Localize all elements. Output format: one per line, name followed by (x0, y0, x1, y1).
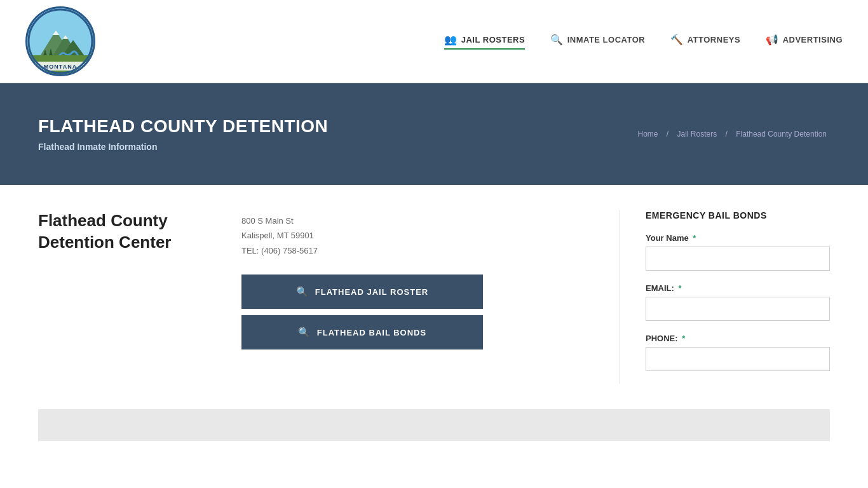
search-icon-1: 🔍 (296, 286, 309, 297)
logo: MONTANA (25, 6, 95, 76)
main-nav: 👥 JAIL ROSTERS 🔍 INMATE LOCATOR 🔨 ATTORN… (444, 34, 843, 50)
facility-name: Flathead County Detention Center (38, 210, 203, 384)
page-subtitle: Flathead Inmate Information (38, 142, 328, 152)
email-required: * (678, 283, 681, 293)
nav-attorneys[interactable]: 🔨 ATTORNEYS (670, 34, 740, 50)
main-content: Flathead County Detention Center 800 S M… (0, 185, 868, 409)
breadcrumb-jail-rosters[interactable]: Jail Rosters (677, 130, 717, 139)
email-input[interactable] (646, 297, 830, 321)
action-buttons: 🔍 FLATHEAD JAIL ROSTER 🔍 FLATHEAD BAIL B… (241, 274, 483, 349)
left-section: Flathead County Detention Center 800 S M… (38, 210, 594, 384)
your-name-label: Your Name * (646, 233, 830, 243)
hero-banner: FLATHEAD COUNTY DETENTION Flathead Inmat… (0, 83, 868, 185)
address-line1: 800 S Main St (241, 214, 483, 228)
breadcrumb-current: Flathead County Detention (736, 130, 827, 139)
section-divider (620, 210, 620, 384)
search-icon-2: 🔍 (298, 327, 311, 338)
advertising-icon: 📢 (766, 34, 779, 46)
inmate-locator-icon: 🔍 (550, 34, 564, 46)
nav-advertising[interactable]: 📢 ADVERTISING (766, 34, 843, 50)
hero-left: FLATHEAD COUNTY DETENTION Flathead Inmat… (38, 116, 328, 152)
phone-input[interactable] (646, 347, 830, 371)
your-name-group: Your Name * (646, 233, 830, 271)
nav-inmate-locator-label: INMATE LOCATOR (567, 35, 646, 44)
bail-bonds-button[interactable]: 🔍 FLATHEAD BAIL BONDS (241, 315, 483, 349)
your-name-input[interactable] (646, 247, 830, 271)
your-name-required: * (693, 233, 696, 243)
breadcrumb: Home / Jail Rosters / Flathead County De… (634, 130, 830, 139)
logo-area: MONTANA (25, 6, 95, 76)
bail-bonds-button-label: FLATHEAD BAIL BONDS (317, 328, 426, 337)
email-label: EMAIL: * (646, 283, 830, 293)
nav-inmate-locator[interactable]: 🔍 INMATE LOCATOR (550, 34, 645, 50)
jail-roster-button-label: FLATHEAD JAIL ROSTER (315, 287, 428, 297)
jail-roster-button[interactable]: 🔍 FLATHEAD JAIL ROSTER (241, 274, 483, 309)
bottom-strip (38, 409, 830, 441)
jail-rosters-icon: 👥 (444, 34, 458, 46)
svg-text:MONTANA: MONTANA (44, 64, 77, 70)
bail-bonds-title: EMERGENCY BAIL BONDS (646, 210, 830, 220)
email-group: EMAIL: * (646, 283, 830, 321)
breadcrumb-home[interactable]: Home (637, 130, 658, 139)
site-header: MONTANA 👥 JAIL ROSTERS 🔍 INMATE LOCATOR … (0, 0, 868, 83)
facility-address: 800 S Main St Kalispell, MT 59901 TEL: (… (241, 214, 483, 258)
phone-group: PHONE: * (646, 334, 830, 371)
nav-jail-rosters-label: JAIL ROSTERS (461, 35, 525, 44)
page-title: FLATHEAD COUNTY DETENTION (38, 116, 328, 137)
facility-details: 800 S Main St Kalispell, MT 59901 TEL: (… (241, 210, 483, 384)
nav-attorneys-label: ATTORNEYS (688, 35, 740, 44)
nav-advertising-label: ADVERTISING (783, 35, 843, 44)
address-line2: Kalispell, MT 59901 (241, 228, 483, 243)
facility-phone: TEL: (406) 758-5617 (241, 243, 483, 258)
phone-required: * (682, 334, 685, 343)
right-sidebar: EMERGENCY BAIL BONDS Your Name * EMAIL: … (646, 210, 830, 384)
nav-jail-rosters[interactable]: 👥 JAIL ROSTERS (444, 34, 525, 50)
phone-label: PHONE: * (646, 334, 830, 343)
attorneys-icon: 🔨 (670, 34, 684, 46)
